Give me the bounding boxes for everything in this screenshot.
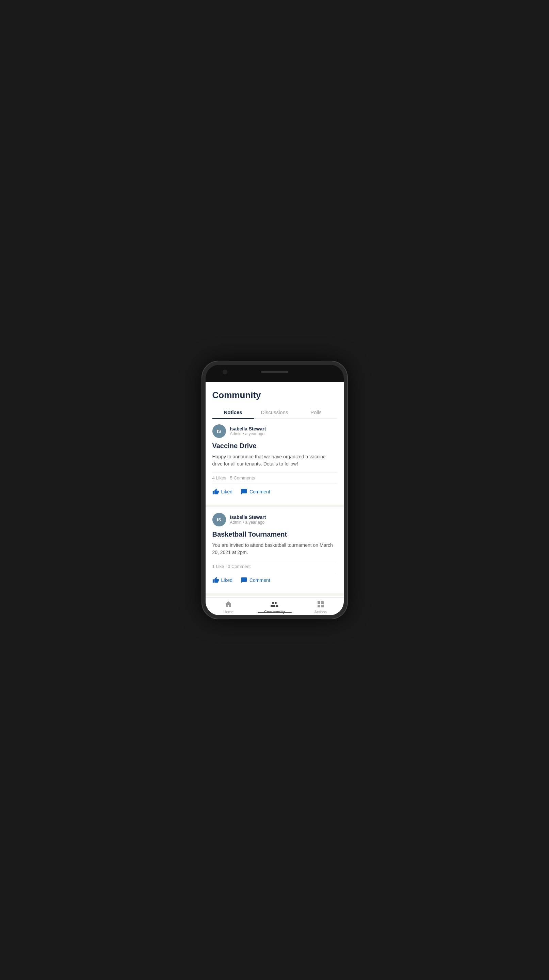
post-body: Happy to announce that we have organized… [212, 453, 337, 468]
author-info: Isabella Stewart Admin • a year ago [230, 426, 266, 436]
tab-polls[interactable]: Polls [296, 406, 337, 418]
home-bar [258, 612, 292, 613]
phone-inner: Community Notices Discussions Polls [205, 365, 344, 615]
post-author: IS Isabella Stewart Admin • a year ago [212, 513, 337, 527]
camera-dot [223, 369, 228, 374]
post-title: Basketball Tournament [212, 530, 337, 538]
post-title: Vaccine Drive [212, 442, 337, 450]
like-button[interactable]: Liked [212, 487, 232, 496]
post-stats: 1 Like 0 Comment [212, 561, 337, 572]
post-body: You are invited to attend basketball tou… [212, 542, 337, 556]
nav-label-actions: Actions [315, 610, 327, 614]
post-actions: Liked Comment [212, 576, 337, 585]
phone-screen: Community Notices Discussions Polls [205, 382, 344, 615]
post-card: IS Isabella Stewart Admin • a year ago V… [205, 419, 344, 502]
comment-icon [240, 488, 247, 495]
post-card: IS Isabella Stewart Admin • a year ago [205, 593, 344, 597]
post-card: IS Isabella Stewart Admin • a year ago B… [205, 504, 344, 590]
actions-icon [317, 600, 325, 608]
speaker-bar [261, 371, 288, 373]
page-title: Community [212, 390, 337, 401]
post-stats: 4 Likes 5 Comments [212, 472, 337, 484]
app-content: Community Notices Discussions Polls [205, 382, 344, 597]
author-name: Isabella Stewart [230, 514, 266, 520]
tab-bar: Notices Discussions Polls [212, 406, 337, 419]
avatar: IS [212, 513, 226, 527]
author-meta: Admin • a year ago [230, 520, 266, 525]
nav-label-home: Home [223, 610, 233, 614]
like-button[interactable]: Liked [212, 576, 232, 585]
nav-item-actions[interactable]: Actions [298, 600, 344, 614]
phone-device: Community Notices Discussions Polls [202, 361, 348, 619]
avatar: IS [212, 424, 226, 438]
author-meta: Admin • a year ago [230, 431, 266, 436]
tab-discussions[interactable]: Discussions [254, 406, 296, 418]
author-info: Isabella Stewart Admin • a year ago [230, 514, 266, 525]
home-icon [224, 600, 232, 608]
comment-button[interactable]: Comment [240, 487, 270, 496]
community-icon [270, 600, 278, 608]
thumbs-up-icon [212, 577, 219, 584]
comment-button[interactable]: Comment [240, 576, 270, 585]
thumbs-up-icon [212, 488, 219, 495]
app-header: Community Notices Discussions Polls [205, 382, 344, 419]
tab-notices[interactable]: Notices [212, 406, 254, 418]
post-author: IS Isabella Stewart Admin • a year ago [212, 424, 337, 438]
nav-item-home[interactable]: Home [205, 600, 251, 614]
comment-icon [240, 577, 247, 584]
author-name: Isabella Stewart [230, 426, 266, 431]
post-actions: Liked Comment [212, 487, 337, 496]
